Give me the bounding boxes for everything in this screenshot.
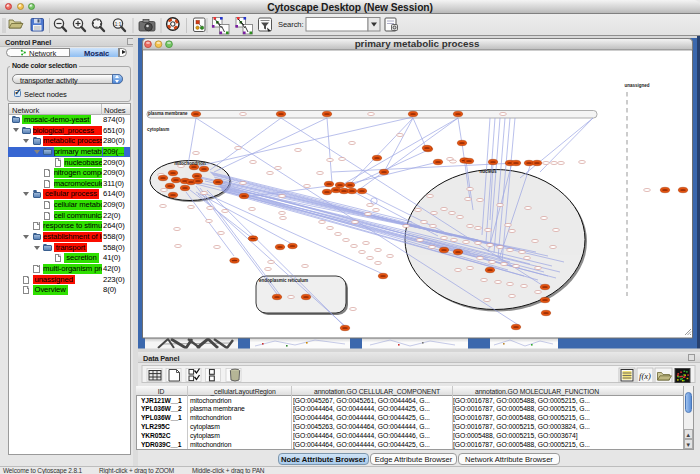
svg-text:nucleus: nucleus	[479, 169, 497, 174]
svg-text:cytoplasm: cytoplasm	[147, 127, 169, 132]
svg-text:unassigned: unassigned	[624, 83, 649, 88]
svg-text:mitochondrion: mitochondrion	[174, 161, 206, 166]
svg-text:1:1: 1:1	[115, 22, 122, 27]
svg-text:f(x): f(x)	[639, 371, 651, 381]
svg-text:endoplasmic reticulum: endoplasmic reticulum	[259, 278, 308, 283]
svg-text:primary metabolic process: primary metabolic process	[355, 38, 480, 49]
svg-text:plasma membrane: plasma membrane	[148, 111, 188, 116]
svg-text:Search:: Search:	[278, 20, 303, 29]
